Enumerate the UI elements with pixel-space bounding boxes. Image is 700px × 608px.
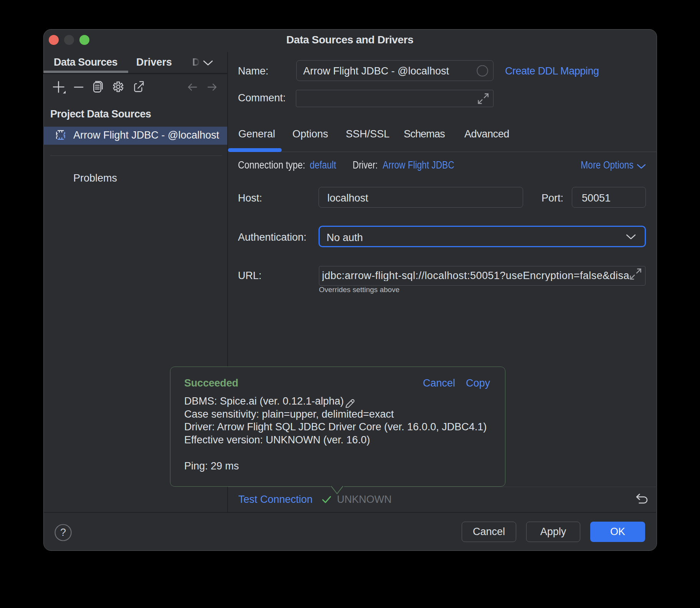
svg-text:?: ? <box>60 527 66 538</box>
